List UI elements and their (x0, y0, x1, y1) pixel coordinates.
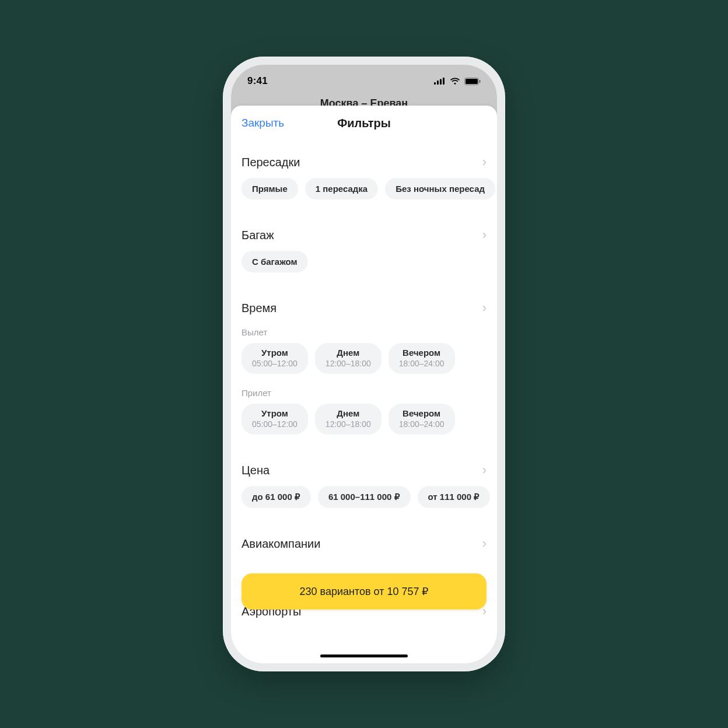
section-airlines: Авиакомпании › (231, 522, 497, 563)
timechip-range: 12:00–18:00 (326, 359, 371, 368)
section-transfers: Пересадки › Прямые 1 пересадка Без ночны… (231, 141, 497, 214)
chips-price: до 61 000 ₽ 61 000–111 000 ₽ от 111 000 … (231, 486, 497, 519)
home-indicator[interactable] (320, 654, 408, 657)
timechip-range: 18:00–24:00 (399, 359, 444, 368)
timechip-dep-evening[interactable]: Вечером 18:00–24:00 (388, 343, 455, 374)
timechip-dep-day[interactable]: Днем 12:00–18:00 (315, 343, 382, 374)
section-title-price: Цена (242, 464, 270, 477)
svg-rect-1 (437, 80, 439, 85)
chip-price-high[interactable]: от 111 000 ₽ (418, 486, 491, 508)
sheet-header: Закрыть Фильтры (231, 106, 497, 141)
chip-direct[interactable]: Прямые (242, 178, 298, 200)
timechips-departure: Утром 05:00–12:00 Днем 12:00–18:00 Вечер… (231, 343, 497, 384)
chip-price-mid[interactable]: 61 000–111 000 ₽ (318, 486, 411, 508)
timechip-label: Днем (326, 408, 371, 418)
timechip-range: 05:00–12:00 (252, 359, 298, 368)
section-title-baggage: Багаж (242, 229, 274, 242)
section-row-baggage[interactable]: Багаж › (231, 219, 497, 251)
timechip-range: 18:00–24:00 (399, 419, 444, 429)
chip-no-night[interactable]: Без ночных пересад (385, 178, 495, 200)
status-time: 9:41 (247, 75, 268, 87)
chip-price-low[interactable]: до 61 000 ₽ (242, 486, 311, 508)
chip-one-stop[interactable]: 1 пересадка (305, 178, 378, 200)
svg-rect-3 (443, 78, 444, 85)
chevron-right-icon: › (482, 463, 487, 478)
section-price: Цена › до 61 000 ₽ 61 000–111 000 ₽ от 1… (231, 449, 497, 522)
chevron-right-icon: › (482, 300, 487, 316)
cellular-icon (434, 78, 446, 85)
chevron-right-icon: › (482, 155, 487, 170)
timechip-dep-morning[interactable]: Утром 05:00–12:00 (242, 343, 308, 374)
timechip-range: 05:00–12:00 (252, 419, 298, 429)
section-row-time[interactable]: Время › (231, 292, 497, 324)
section-row-transfers[interactable]: Пересадки › (231, 146, 497, 178)
svg-rect-2 (440, 79, 442, 85)
chevron-right-icon: › (482, 536, 487, 551)
device-frame: 9:41 Москва – Ереван Закрыть Фильтры Пер… (223, 57, 505, 671)
status-indicators (434, 78, 481, 85)
apply-filters-button[interactable]: 230 вариантов от 10 757 ₽ (242, 573, 487, 610)
wifi-icon (450, 78, 460, 85)
subhead-departure: Вылет (231, 324, 497, 343)
section-row-price[interactable]: Цена › (231, 454, 497, 486)
section-time: Время › Вылет Утром 05:00–12:00 Днем 12:… (231, 286, 497, 449)
chips-transfers: Прямые 1 пересадка Без ночных пересад (231, 178, 497, 210)
chip-with-baggage[interactable]: С багажом (242, 251, 308, 272)
subhead-arrival: Прилет (231, 384, 497, 404)
section-title-airlines: Авиакомпании (242, 537, 320, 551)
timechip-label: Вечером (399, 348, 444, 358)
timechip-arr-day[interactable]: Днем 12:00–18:00 (315, 404, 382, 435)
section-row-airlines[interactable]: Авиакомпании › (231, 528, 497, 559)
close-button[interactable]: Закрыть (242, 117, 284, 130)
svg-rect-0 (434, 82, 436, 85)
section-baggage: Багаж › С багажом (231, 214, 497, 286)
svg-rect-6 (480, 80, 481, 83)
timechip-label: Утром (252, 348, 298, 358)
chips-baggage: С багажом (231, 251, 497, 283)
timechip-arr-evening[interactable]: Вечером 18:00–24:00 (388, 404, 455, 435)
status-bar: 9:41 (231, 65, 497, 97)
timechip-range: 12:00–18:00 (326, 419, 371, 429)
timechip-arr-morning[interactable]: Утром 05:00–12:00 (242, 404, 308, 435)
svg-rect-5 (466, 79, 478, 84)
battery-icon (464, 78, 481, 85)
timechip-label: Днем (326, 348, 371, 358)
timechips-arrival: Утром 05:00–12:00 Днем 12:00–18:00 Вечер… (231, 404, 497, 445)
section-title-time: Время (242, 302, 276, 315)
chevron-right-icon: › (482, 228, 487, 243)
cta-label: 230 вариантов от 10 757 ₽ (300, 585, 429, 598)
timechip-label: Утром (252, 408, 298, 418)
timechip-label: Вечером (399, 408, 444, 418)
section-title-transfers: Пересадки (242, 156, 300, 169)
screen: 9:41 Москва – Ереван Закрыть Фильтры Пер… (231, 65, 497, 663)
filters-sheet: Закрыть Фильтры Пересадки › Прямые 1 пер… (231, 106, 497, 663)
sheet-title: Фильтры (337, 117, 391, 130)
